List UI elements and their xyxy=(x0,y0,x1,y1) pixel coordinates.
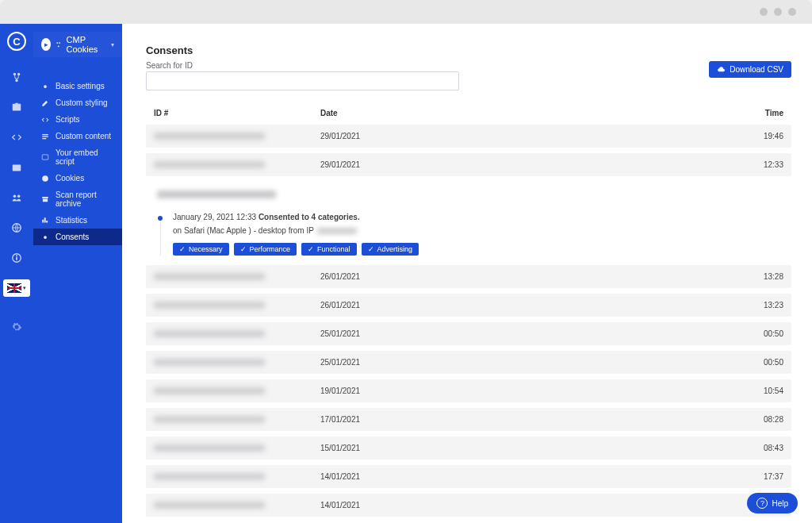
ip-redacted xyxy=(317,228,357,234)
detail-timestamp: January 29, 2021 12:33 xyxy=(173,213,256,221)
table-row[interactable]: 25/01/202100:50 xyxy=(146,351,791,374)
chevron-down-icon: ▾ xyxy=(23,285,26,291)
nav-item-label: Scan report archive xyxy=(56,190,114,208)
id-redacted xyxy=(154,302,265,309)
nav-item-label: Scripts xyxy=(56,115,80,124)
table-row[interactable]: 29/01/202119:46 xyxy=(146,125,791,148)
icon-rail: C ▾ xyxy=(0,24,33,523)
rail-icon-branch[interactable] xyxy=(6,68,28,86)
language-selector[interactable]: ▾ xyxy=(3,279,30,297)
id-redacted xyxy=(154,161,265,168)
help-button[interactable]: ? Help xyxy=(747,493,798,513)
row-date: 25/01/2021 xyxy=(320,358,720,367)
row-time: 00:50 xyxy=(720,329,783,338)
row-time: 13:28 xyxy=(720,272,783,281)
category-chip-advertising: Advertising xyxy=(362,243,419,256)
app-logo[interactable]: C xyxy=(7,32,26,51)
consents-table: ID # Date Time 29/01/202119:4629/01/2021… xyxy=(146,102,791,517)
nav-item-label: Consents xyxy=(56,233,89,241)
window-dot xyxy=(788,8,796,16)
rail-icon-settings[interactable] xyxy=(6,316,28,338)
table-row[interactable]: 19/01/202110:54 xyxy=(146,379,791,402)
rail-icon-info[interactable] xyxy=(6,249,28,267)
row-date: 14/01/2021 xyxy=(320,472,720,481)
nav-item-scan-report-archive[interactable]: Scan report archive xyxy=(33,187,122,212)
nav-item-label: Statistics xyxy=(56,216,87,225)
detail-headline: Consented to 4 categories. xyxy=(259,213,360,221)
table-row[interactable]: 14/01/202117:37 xyxy=(146,465,791,488)
row-date: 26/01/2021 xyxy=(320,301,720,310)
row-time: 13:23 xyxy=(720,301,783,310)
svg-rect-7 xyxy=(42,155,48,160)
help-icon: ? xyxy=(756,498,768,509)
table-row[interactable]: 14/01/2021 xyxy=(146,494,791,517)
sidebar-project-selector[interactable]: ▸ CMP Cookies ▾ xyxy=(33,32,122,57)
nav-item-custom-styling[interactable]: Custom styling xyxy=(33,94,122,111)
nav-item-label: Custom content xyxy=(56,132,111,140)
svg-point-1 xyxy=(13,195,17,198)
page-title: Consents xyxy=(146,44,791,56)
svg-point-2 xyxy=(17,195,21,198)
id-redacted xyxy=(154,330,265,337)
table-row[interactable]: 25/01/202100:50 xyxy=(146,322,791,345)
nav-item-label: Custom styling xyxy=(56,98,108,107)
svg-rect-5 xyxy=(16,257,17,260)
id-redacted xyxy=(154,416,265,423)
row-time: 00:50 xyxy=(720,358,783,367)
table-row[interactable]: 26/01/202113:23 xyxy=(146,294,791,317)
nav-item-label: Cookies xyxy=(56,174,84,183)
window-chrome xyxy=(0,0,812,24)
rail-icon-box[interactable] xyxy=(6,159,28,176)
nav-item-cookies[interactable]: Cookies xyxy=(33,170,122,187)
download-csv-button[interactable]: Download CSV xyxy=(709,61,791,78)
svg-rect-0 xyxy=(13,165,21,171)
row-date: 17/01/2021 xyxy=(320,415,720,424)
id-redacted xyxy=(154,387,265,394)
nav-item-statistics[interactable]: Statistics xyxy=(33,212,122,229)
table-row[interactable]: 15/01/202108:43 xyxy=(146,436,791,460)
nav-item-label: Basic settings xyxy=(56,82,105,90)
main-content: Consents Search for ID Download CSV ID #… xyxy=(122,24,812,523)
col-date: Date xyxy=(320,109,720,117)
row-time: 17:37 xyxy=(720,472,783,481)
row-time: 08:28 xyxy=(720,415,783,424)
table-row[interactable]: 26/01/202113:28 xyxy=(146,265,791,288)
col-id: ID # xyxy=(154,109,320,117)
rail-icon-code[interactable] xyxy=(6,129,28,146)
rail-icon-globe[interactable] xyxy=(6,219,28,237)
row-date: 29/01/2021 xyxy=(320,160,720,169)
rail-icon-team[interactable] xyxy=(6,189,28,206)
nav-item-custom-content[interactable]: Custom content xyxy=(33,128,122,144)
flag-uk-icon xyxy=(7,283,21,293)
category-chip-performance: Performance xyxy=(234,243,297,256)
cloud-download-icon xyxy=(717,65,726,74)
id-redacted xyxy=(154,359,265,366)
row-time: 10:54 xyxy=(720,386,783,395)
nav-item-your-embed-script[interactable]: Your embed script xyxy=(33,144,122,170)
download-csv-label: Download CSV xyxy=(730,65,783,74)
table-row[interactable]: 17/01/202108:28 xyxy=(146,408,791,431)
row-time: 12:33 xyxy=(720,160,783,169)
table-row[interactable]: 29/01/202112:33 xyxy=(146,153,791,176)
rail-icon-briefcase[interactable] xyxy=(6,98,28,116)
search-input[interactable] xyxy=(146,71,459,90)
id-redacted xyxy=(154,133,265,140)
sidebar-header-title: CMP Cookies xyxy=(67,35,106,54)
row-date: 25/01/2021 xyxy=(320,329,720,338)
row-time: 08:43 xyxy=(720,444,783,452)
row-date: 14/01/2021 xyxy=(320,501,720,510)
detail-meta: on Safari (Mac Apple ) - desktop from IP xyxy=(173,226,314,235)
id-redacted xyxy=(154,273,265,280)
branch-icon xyxy=(56,40,62,48)
search-label: Search for ID xyxy=(146,61,459,70)
row-date: 15/01/2021 xyxy=(320,444,720,452)
id-redacted xyxy=(154,444,265,452)
chevron-down-icon: ▾ xyxy=(111,41,114,48)
nav-item-consents[interactable]: Consents xyxy=(33,229,122,245)
nav-item-scripts[interactable]: Scripts xyxy=(33,111,122,128)
nav-item-basic-settings[interactable]: Basic settings xyxy=(33,78,122,94)
help-label: Help xyxy=(772,499,788,508)
svg-rect-6 xyxy=(16,256,17,257)
arrow-right-icon: ▸ xyxy=(41,38,51,51)
col-time: Time xyxy=(720,109,783,117)
